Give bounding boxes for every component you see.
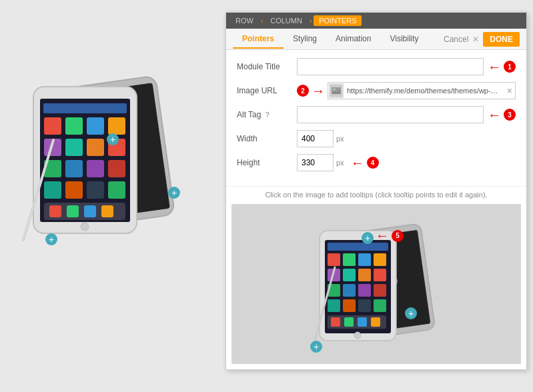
annotation-5-container: ← 5 [376, 228, 404, 243]
annotation-2: 2 [297, 85, 309, 97]
svg-rect-56 [374, 299, 386, 312]
svg-rect-58 [331, 317, 340, 327]
tab-column[interactable]: COLUMN [265, 15, 308, 26]
height-input[interactable] [297, 154, 334, 171]
width-label: Width [237, 134, 297, 143]
module-title-input[interactable] [297, 58, 484, 75]
image-url-row: Image URL 2 → https://themify.me/demo/th… [237, 82, 516, 99]
done-button[interactable]: DONE [483, 32, 520, 47]
alt-tag-label: Alt Tag ? [237, 110, 297, 119]
svg-rect-26 [84, 205, 96, 217]
width-row: Width px [237, 130, 516, 147]
sub-tab-bar: Pointers Styling Animation Visibility Ca… [226, 29, 526, 50]
svg-rect-51 [358, 284, 371, 297]
width-input[interactable] [297, 130, 334, 147]
preview-area: + + + ← 5 [231, 204, 521, 364]
svg-rect-12 [65, 139, 83, 156]
arrow-2: → [312, 83, 325, 99]
cancel-done-area: Cancel ✕ DONE [444, 32, 520, 47]
svg-rect-43 [358, 253, 371, 266]
form-area: Module Title ← 1 Image URL 2 → https://t… [226, 50, 526, 186]
sub-tab-pointers[interactable]: Pointers [233, 30, 284, 49]
blue-plus-preview-right[interactable]: + [405, 307, 417, 319]
blue-plus-preview-top[interactable]: + [362, 232, 374, 244]
sub-tab-visibility[interactable]: Visibility [380, 30, 428, 49]
svg-rect-47 [358, 269, 371, 281]
annotation-3: 3 [504, 109, 516, 121]
image-url-display: https://themify.me/demo/themes/themes/wp… [328, 82, 516, 99]
svg-rect-17 [87, 160, 104, 177]
svg-rect-24 [49, 205, 61, 217]
svg-rect-41 [328, 253, 340, 266]
tab-row[interactable]: ROW [230, 15, 259, 26]
svg-rect-22 [108, 181, 125, 199]
svg-rect-50 [343, 284, 356, 297]
svg-rect-52 [374, 284, 386, 297]
cancel-button[interactable]: Cancel [444, 35, 468, 44]
svg-rect-20 [65, 181, 83, 199]
svg-point-39 [354, 332, 361, 339]
blue-plus-left-right[interactable]: + [168, 187, 180, 199]
svg-rect-13 [87, 139, 104, 156]
blue-plus-left-top[interactable]: + [107, 133, 119, 145]
sub-tab-animation[interactable]: Animation [326, 30, 380, 49]
image-url-clear[interactable]: × [504, 85, 515, 96]
svg-point-5 [81, 223, 89, 231]
left-ipad-area: + + + [13, 53, 213, 333]
arrow-3: ← [488, 107, 501, 123]
svg-rect-60 [358, 317, 367, 327]
svg-rect-18 [108, 160, 125, 177]
blue-plus-left-bottom[interactable]: + [45, 233, 57, 245]
svg-rect-54 [343, 299, 356, 312]
image-url-label: Image URL [237, 86, 297, 95]
svg-rect-19 [44, 181, 61, 199]
settings-panel: ROW › COLUMN › POINTERS Pointers Styling… [225, 12, 527, 370]
svg-rect-48 [374, 269, 386, 281]
image-thumbnail [329, 83, 344, 98]
svg-rect-9 [87, 117, 104, 135]
alt-tag-row: Alt Tag ? ← 3 [237, 106, 516, 123]
module-title-label: Module Title [237, 62, 297, 71]
arrow-5: ← [376, 228, 389, 243]
top-tab-bar: ROW › COLUMN › POINTERS [226, 13, 526, 29]
svg-rect-59 [344, 317, 354, 327]
height-label: Height [237, 158, 297, 167]
svg-rect-40 [328, 243, 388, 251]
annotation-4: 4 [367, 157, 379, 169]
svg-rect-8 [65, 117, 83, 135]
height-row: Height px ← 4 [237, 154, 516, 171]
svg-rect-42 [343, 253, 356, 266]
arrow-4: ← [351, 155, 364, 171]
annotation-1: 1 [504, 61, 516, 73]
svg-rect-46 [343, 269, 356, 281]
sub-tab-styling[interactable]: Styling [284, 30, 326, 49]
tab-pointers[interactable]: POINTERS [314, 15, 362, 26]
svg-rect-21 [87, 181, 104, 199]
annotation-5: 5 [392, 230, 404, 242]
svg-rect-44 [374, 253, 386, 266]
svg-rect-27 [101, 205, 113, 217]
module-title-row: Module Title ← 1 [237, 58, 516, 75]
tooltip-instruction: Click on the image to add tooltips (clic… [226, 186, 526, 204]
svg-rect-10 [108, 117, 125, 135]
svg-rect-7 [44, 117, 61, 135]
width-unit: px [336, 135, 344, 143]
close-icon[interactable]: ✕ [472, 35, 479, 44]
svg-point-32 [333, 88, 336, 91]
arrow-1: ← [488, 59, 501, 75]
svg-rect-61 [371, 317, 380, 327]
svg-rect-53 [328, 299, 340, 312]
alt-tag-help-icon: ? [265, 111, 270, 119]
svg-rect-25 [67, 205, 79, 217]
height-unit: px [336, 159, 344, 167]
blue-plus-preview-bottom[interactable]: + [310, 341, 322, 353]
svg-rect-55 [358, 299, 371, 312]
image-url-value: https://themify.me/demo/themes/themes/wp… [344, 87, 504, 95]
svg-rect-16 [65, 160, 83, 177]
alt-tag-input[interactable] [297, 106, 484, 123]
svg-rect-6 [43, 103, 127, 113]
